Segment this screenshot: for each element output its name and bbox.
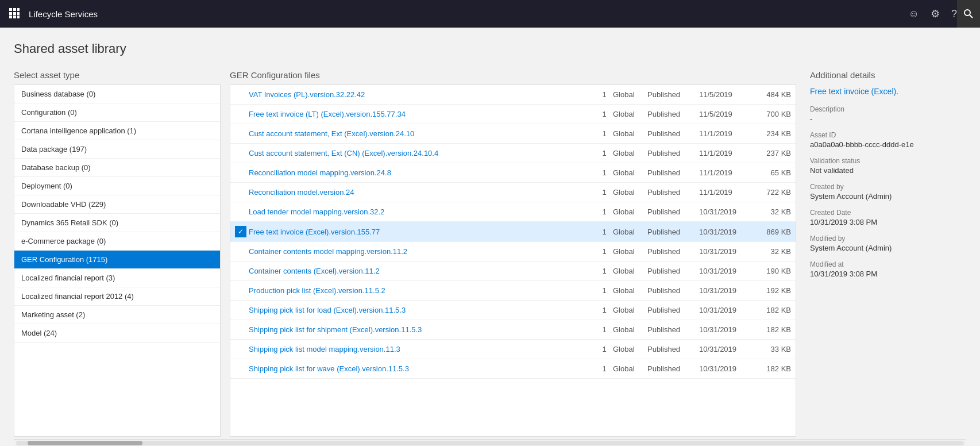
- file-name[interactable]: Free text invoice (Excel).version.155.77: [249, 228, 596, 236]
- file-date: 10/31/2019: [699, 247, 751, 256]
- file-size: 32 KB: [751, 207, 791, 216]
- svg-rect-8: [17, 16, 20, 18]
- file-scope: Global: [613, 325, 647, 334]
- table-row[interactable]: ✓Cust account statement, Ext (Excel).ver…: [230, 124, 796, 144]
- file-name[interactable]: Load tender model mapping.version.32.2: [249, 207, 596, 216]
- file-date: 10/31/2019: [699, 228, 751, 236]
- file-date: 10/31/2019: [699, 286, 751, 295]
- asset-type-item[interactable]: Business database (0): [14, 85, 220, 103]
- file-version: 1: [596, 306, 613, 314]
- horizontal-scrollbar[interactable]: [14, 439, 966, 446]
- asset-type-item[interactable]: Downloadable VHD (229): [14, 195, 220, 214]
- asset-type-item[interactable]: Deployment (0): [14, 177, 220, 195]
- asset-type-item[interactable]: Cortana intelligence application (1): [14, 122, 220, 140]
- table-row[interactable]: ✓Container contents model mapping.versio…: [230, 242, 796, 262]
- file-scope: Global: [613, 188, 647, 197]
- file-name[interactable]: Cust account statement, Ext (CN) (Excel)…: [249, 149, 596, 157]
- help-icon[interactable]: ?: [951, 8, 957, 20]
- file-date: 10/31/2019: [699, 207, 751, 216]
- svg-rect-0: [9, 8, 12, 11]
- asset-type-item[interactable]: Dynamics 365 Retail SDK (0): [14, 214, 220, 232]
- detail-field: Asset IDa0a0a0a0-bbbb-cccc-dddd-e1e: [810, 131, 966, 149]
- file-date: 11/1/2019: [699, 129, 751, 138]
- file-size: 484 KB: [751, 90, 791, 99]
- file-size: 722 KB: [751, 188, 791, 197]
- table-row[interactable]: ✓Container contents (Excel).version.11.2…: [230, 262, 796, 281]
- file-name[interactable]: Shipping pick list for load (Excel).vers…: [249, 306, 596, 314]
- file-size: 32 KB: [751, 247, 791, 256]
- file-date: 10/31/2019: [699, 306, 751, 314]
- files-table: ✓VAT Invoices (PL).version.32.22.421Glob…: [230, 84, 796, 437]
- additional-details-heading: Additional details: [810, 70, 966, 80]
- file-name[interactable]: Production pick list (Excel).version.11.…: [249, 286, 596, 295]
- file-size: 182 KB: [751, 306, 791, 314]
- table-row[interactable]: ✓Shipping pick list for wave (Excel).ver…: [230, 359, 796, 379]
- asset-type-item[interactable]: Configuration (0): [14, 103, 220, 122]
- file-status: Published: [647, 149, 699, 157]
- file-status: Published: [647, 267, 699, 275]
- file-date: 11/1/2019: [699, 188, 751, 197]
- asset-type-item[interactable]: Marketing asset (2): [14, 306, 220, 324]
- asset-type-item[interactable]: Localized financial report 2012 (4): [14, 287, 220, 306]
- detail-field: Created Date10/31/2019 3:08 PM: [810, 209, 966, 226]
- detail-value: -: [810, 114, 966, 123]
- table-row[interactable]: ✓Cust account statement, Ext (CN) (Excel…: [230, 144, 796, 163]
- asset-type-list: Business database (0)Configuration (0)Co…: [14, 84, 221, 437]
- file-name[interactable]: Shipping pick list for shipment (Excel).…: [249, 325, 596, 334]
- table-row[interactable]: ✓Load tender model mapping.version.32.21…: [230, 202, 796, 222]
- file-name[interactable]: Container contents model mapping.version…: [249, 247, 596, 256]
- file-version: 1: [596, 110, 613, 118]
- file-scope: Global: [613, 207, 647, 216]
- file-name[interactable]: Cust account statement, Ext (Excel).vers…: [249, 129, 596, 138]
- table-row[interactable]: ✓Shipping pick list for load (Excel).ver…: [230, 301, 796, 320]
- table-row[interactable]: ✓Free text invoice (Excel).version.155.7…: [230, 222, 796, 242]
- detail-label: Asset ID: [810, 131, 966, 139]
- file-scope: Global: [613, 90, 647, 99]
- file-name[interactable]: Container contents (Excel).version.11.2: [249, 267, 596, 275]
- asset-type-item[interactable]: GER Configuration (1715): [14, 251, 220, 269]
- file-name[interactable]: VAT Invoices (PL).version.32.22.42: [249, 90, 596, 99]
- file-status: Published: [647, 325, 699, 334]
- asset-type-item[interactable]: Database backup (0): [14, 159, 220, 177]
- grid-icon[interactable]: [9, 8, 20, 20]
- file-name[interactable]: Reconciliation model.version.24: [249, 188, 596, 197]
- file-status: Published: [647, 247, 699, 256]
- table-row[interactable]: ✓VAT Invoices (PL).version.32.22.421Glob…: [230, 85, 796, 105]
- file-size: 33 KB: [751, 345, 791, 353]
- file-name[interactable]: Shipping pick list model mapping.version…: [249, 345, 596, 353]
- file-size: 700 KB: [751, 110, 791, 118]
- file-name[interactable]: Free text invoice (LT) (Excel).version.1…: [249, 110, 596, 118]
- file-size: 182 KB: [751, 325, 791, 334]
- detail-value: System Account (Admin): [810, 244, 966, 252]
- file-size: 237 KB: [751, 149, 791, 157]
- smiley-icon[interactable]: ☺: [909, 8, 919, 20]
- file-status: Published: [647, 207, 699, 216]
- asset-type-item[interactable]: Model (24): [14, 324, 220, 343]
- file-status: Published: [647, 228, 699, 236]
- detail-field: Modified at10/31/2019 3:08 PM: [810, 260, 966, 278]
- file-version: 1: [596, 90, 613, 99]
- file-status: Published: [647, 168, 699, 177]
- table-row[interactable]: ✓Production pick list (Excel).version.11…: [230, 281, 796, 301]
- scrollbar-thumb[interactable]: [28, 441, 142, 445]
- scrollbar-track[interactable]: [16, 441, 964, 445]
- file-version: 1: [596, 364, 613, 373]
- asset-type-item[interactable]: Data package (197): [14, 140, 220, 159]
- table-row[interactable]: ✓Free text invoice (LT) (Excel).version.…: [230, 105, 796, 124]
- file-version: 1: [596, 247, 613, 256]
- asset-type-item[interactable]: e-Commerce package (0): [14, 232, 220, 251]
- table-row[interactable]: ✓Shipping pick list model mapping.versio…: [230, 340, 796, 359]
- detail-field: Description-: [810, 105, 966, 123]
- table-row[interactable]: ✓Shipping pick list for shipment (Excel)…: [230, 320, 796, 340]
- file-name[interactable]: Shipping pick list for wave (Excel).vers…: [249, 364, 596, 373]
- settings-icon[interactable]: ⚙: [931, 7, 940, 20]
- file-name[interactable]: Reconciliation model mapping.version.24.…: [249, 168, 596, 177]
- table-row[interactable]: ✓Reconciliation model mapping.version.24…: [230, 163, 796, 183]
- file-status: Published: [647, 110, 699, 118]
- table-row[interactable]: ✓Reconciliation model.version.241GlobalP…: [230, 183, 796, 202]
- asset-type-item[interactable]: Localized financial report (3): [14, 269, 220, 287]
- search-icon[interactable]: [957, 0, 980, 28]
- file-date: 11/5/2019: [699, 90, 751, 99]
- file-status: Published: [647, 345, 699, 353]
- detail-label: Description: [810, 105, 966, 113]
